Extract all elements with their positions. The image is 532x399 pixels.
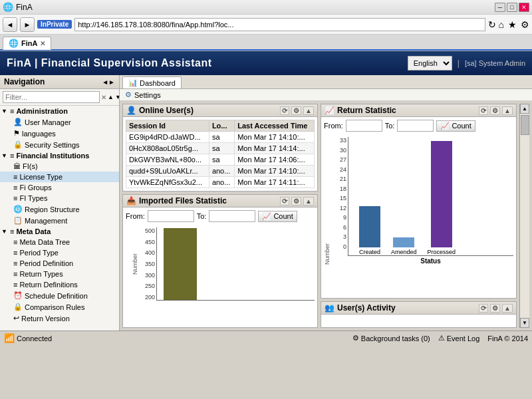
sidebar-item-return-definitions[interactable]: ≡ Return Definitions [0,279,119,290]
region-icon: 🌐 [13,205,23,213]
ret-config-btn[interactable]: ⚙ [490,106,500,115]
scroll-thumb[interactable] [521,115,529,135]
tab-fav-icon: 🌐 [9,39,19,48]
fis-icon: 🏛 [13,162,21,170]
return-stat-title-area: 📈 Return Statistic [325,106,479,115]
sidebar-item-fi-types[interactable]: ≡ FI Types [0,193,119,203]
sidebar-item-fi-groups[interactable]: ≡ Fi Groups [0,182,119,193]
meta-tree-icon: ≡ [13,238,17,246]
to-label: To: [197,212,207,220]
inprivate-badge: InPrivate [37,20,72,29]
ua-config-btn[interactable]: ⚙ [490,304,500,313]
forward-button[interactable]: ► [20,17,35,32]
sidebar-item-comparison-rules[interactable]: 🔒 Comparison Rules [0,301,119,313]
ret-collapse-btn[interactable]: ▲ [502,106,513,115]
status-bar: 📶 Connected ⚙ Background tasks (0) ⚠ Eve… [0,331,532,345]
online-users-header: 👤 Online User(s) ⟳ ⚙ ▲ [123,104,317,117]
sidebar-item-region-structure[interactable]: 🌐 Region Structure [0,203,119,215]
tab-close-icon[interactable]: ✕ [40,40,45,47]
sidebar-item-metadata[interactable]: ▼ ≡ Meta Data [0,226,119,237]
favorites-icon[interactable]: ★ [508,19,517,30]
return-version-label: Return Version [21,315,70,323]
bg-tasks-status[interactable]: ⚙ Background tasks (0) [352,334,430,342]
imp-collapse-btn[interactable]: ▲ [303,197,314,205]
sidebar-item-financial-institutions[interactable]: ▼ ≡ Financial Institutions [0,150,119,161]
time-cell: Mon Mar 17 14:14:... [235,143,315,154]
panel-refresh-btn[interactable]: ⟳ [280,106,289,115]
copyright-label: FinA © 2014 [487,334,528,342]
sidebar-item-return-types[interactable]: ≡ Return Types [0,269,119,279]
from-date-input[interactable] [148,210,194,222]
sidebar-item-administration[interactable]: ▼ ≡ Administration [0,106,119,116]
sidebar-item-user-manager[interactable]: 👤 User Manager [0,116,119,128]
app-title: FinA | Financial Supervision Assistant [7,57,212,69]
license-label: License Type [19,173,63,181]
imp-config-btn[interactable]: ⚙ [291,197,301,205]
app-header: FinA | Financial Supervision Assistant E… [0,51,532,75]
filter-clear-icon[interactable]: ✕ [101,94,106,101]
scroll-track [520,114,529,318]
maximize-button[interactable]: □ [507,3,517,12]
filter-scroll-up[interactable]: ▲ [108,94,114,100]
return-defs-icon: ≡ [13,281,17,289]
back-button[interactable]: ◄ [3,17,17,32]
sidebar-item-period-definition[interactable]: ≡ Period Definition [0,258,119,269]
minimize-button[interactable]: ─ [495,3,505,12]
filter-scroll-down[interactable]: ▼ [115,94,120,100]
sidebar-item-metadata-tree[interactable]: ≡ Meta Data Tree [0,237,119,247]
sidebar-item-return-version[interactable]: ↩ Return Version [0,313,119,324]
browser-tab-fina[interactable]: 🌐 FinA ✕ [3,37,51,50]
user-activity-icon: 👥 [325,303,334,313]
sidebar-item-period-type[interactable]: ≡ Period Type [0,247,119,258]
refresh-icon[interactable]: ↻ [488,19,496,30]
ret-from-input[interactable] [346,120,382,132]
fi-types-label: FI Types [19,194,47,202]
ua-collapse-btn[interactable]: ▲ [502,304,513,313]
main-scrollbar[interactable]: ▲ ▼ [519,104,529,328]
sidebar-filter-input[interactable] [3,91,100,103]
scroll-down-btn[interactable]: ▼ [520,318,529,328]
sidebar-item-schedule-definition[interactable]: ⏰ Schedule Definition [0,290,119,301]
sidebar-item-license-type[interactable]: ≡ License Type [0,172,119,182]
security-label: Security Settings [25,141,80,149]
address-bar[interactable] [74,18,485,31]
time-cell: Mon Mar 17 14:06:... [235,154,315,166]
imported-bars [156,227,315,301]
panel-config-btn[interactable]: ⚙ [291,106,301,115]
comparison-label: Comparison Rules [25,303,84,311]
ret-number-label: Number [324,137,331,265]
tools-icon[interactable]: ⚙ [521,19,529,30]
number-axis-label: Number [132,253,138,275]
ua-refresh-btn[interactable]: ⟳ [479,304,488,313]
expand-icon-meta: ▼ [1,228,8,235]
ret-refresh-btn[interactable]: ⟳ [479,106,488,115]
region-label: Region Structure [25,205,80,213]
session-id-cell: 0HcX808aoL05tr5g... [126,143,209,154]
language-select[interactable]: English [408,56,452,70]
ret-y-axis: 33 30 27 24 21 18 15 12 9 6 3 [332,137,348,250]
event-log-status[interactable]: ⚠ Event Log [438,334,480,342]
sidebar-item-languages[interactable]: ⚑ languages [0,128,119,139]
sidebar-item-management[interactable]: 📋 Management [0,215,119,226]
fis-label: FI(s) [23,162,38,170]
separator: | [458,59,460,68]
sidebar-collapse-icon[interactable]: ◄► [102,78,115,86]
home-icon[interactable]: ⌂ [499,19,504,30]
ret-count-button[interactable]: 📈 Count [436,120,475,132]
close-button[interactable]: ✕ [519,3,529,12]
scroll-up-btn[interactable]: ▲ [520,104,529,114]
count-chart-icon: 📈 [262,212,271,221]
sidebar-title: Navigation [4,77,45,86]
sidebar-item-security-settings[interactable]: 🔒 Security Settings [0,139,119,150]
to-date-input[interactable] [209,210,255,222]
imp-refresh-btn[interactable]: ⟳ [280,197,289,205]
tab-label: FinA [21,39,37,47]
browser-titlebar: 🌐 FinA ─ □ ✕ [0,0,532,15]
login-cell: ano... [209,166,234,177]
ret-to-input[interactable] [397,120,434,132]
panel-collapse-btn[interactable]: ▲ [303,106,314,115]
count-button[interactable]: 📈 Count [258,211,297,222]
tab-dashboard[interactable]: 📊 Dashboard [122,76,182,88]
browser-chrome: 🌐 FinA ─ □ ✕ ◄ ► InPrivate ↻ ⌂ ★ ⚙ 🌐 Fin… [0,0,532,51]
sidebar-item-fis[interactable]: 🏛 FI(s) [0,161,119,172]
